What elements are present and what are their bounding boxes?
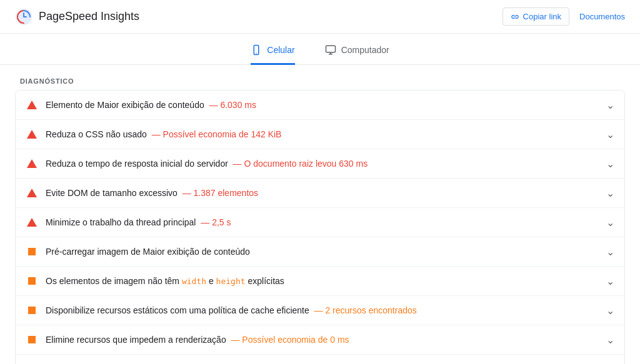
monitor-icon — [325, 44, 336, 56]
row-text: Evite DOM de tamanho excessivo — 1.387 e… — [46, 188, 601, 198]
row-text: Pré-carregar imagem de Maior exibição de… — [46, 247, 601, 257]
chevron-down-icon: ⌄ — [606, 129, 614, 140]
svg-point-2 — [256, 53, 258, 54]
diagnostic-row[interactable]: Reduza o CSS não usado — Possível econom… — [16, 120, 624, 149]
tab-celular[interactable]: Celular — [251, 44, 294, 65]
header-right: Copiar link Documentos — [502, 7, 625, 26]
tab-computador[interactable]: Computador — [325, 44, 389, 65]
chevron-down-icon: ⌄ — [606, 246, 614, 258]
diagnostic-row[interactable]: Reduza o JavaScript não usado — Possível… — [16, 355, 624, 364]
warning-icon — [26, 128, 38, 140]
chevron-down-icon: ⌄ — [606, 275, 614, 287]
diagnostic-row[interactable]: Evite DOM de tamanho excessivo — 1.387 e… — [16, 179, 624, 208]
warning-icon — [26, 216, 38, 229]
row-text: Os elementos de imagem não têm width e h… — [46, 276, 601, 286]
chevron-down-icon: ⌄ — [606, 99, 614, 111]
chevron-down-icon: ⌄ — [606, 187, 614, 199]
copy-link-label: Copiar link — [523, 12, 561, 21]
warning-icon — [26, 187, 38, 199]
row-text: Reduza o CSS não usado — Possível econom… — [46, 129, 601, 139]
chevron-down-icon: ⌄ — [606, 305, 614, 317]
copy-link-button[interactable]: Copiar link — [502, 7, 569, 26]
row-text: Reduza o tempo de resposta inicial do se… — [46, 159, 601, 169]
header-left: PageSpeed Insights — [15, 8, 139, 26]
chevron-down-icon: ⌄ — [606, 158, 614, 170]
app-title: PageSpeed Insights — [39, 10, 139, 23]
diagnostic-row[interactable]: Reduza o tempo de resposta inicial do se… — [16, 149, 624, 179]
link-icon — [511, 12, 519, 21]
opportunity-icon — [26, 245, 38, 258]
row-text: Disponibilize recursos estáticos com uma… — [46, 305, 601, 315]
diagnostic-row[interactable]: Elemento de Maior exibição de conteúdo —… — [16, 91, 624, 120]
warning-icon — [26, 99, 38, 111]
row-text: Elemento de Maior exibição de conteúdo —… — [46, 100, 601, 110]
pagespeed-logo — [15, 8, 32, 26]
warning-icon — [26, 157, 38, 170]
section-label: DIAGNÓSTICO — [15, 65, 625, 90]
opportunity-icon — [26, 333, 38, 346]
diagnostic-card: Elemento de Maior exibição de conteúdo —… — [15, 90, 625, 364]
chevron-down-icon: ⌄ — [606, 217, 614, 229]
main-content: DIAGNÓSTICO Elemento de Maior exibição d… — [0, 65, 640, 364]
tabs-container: Celular Computador — [0, 34, 640, 65]
svg-rect-3 — [326, 46, 335, 52]
row-text: Elimine recursos que impedem a renderiza… — [46, 335, 601, 345]
diagnostic-row[interactable]: Elimine recursos que impedem a renderiza… — [16, 325, 624, 355]
diagnostic-row[interactable]: Pré-carregar imagem de Maior exibição de… — [16, 237, 624, 267]
phone-icon — [251, 44, 262, 56]
opportunity-icon — [26, 304, 38, 317]
tab-celular-label: Celular — [267, 45, 294, 55]
diagnostic-row[interactable]: Disponibilize recursos estáticos com uma… — [16, 296, 624, 325]
row-text: Minimize o trabalho da thread principal … — [46, 217, 601, 227]
tab-computador-label: Computador — [341, 45, 389, 55]
diagnostic-row[interactable]: Minimize o trabalho da thread principal … — [16, 208, 624, 237]
header: PageSpeed Insights Copiar link Documento… — [0, 0, 640, 34]
docs-link[interactable]: Documentos — [579, 12, 625, 21]
diagnostic-row[interactable]: Os elementos de imagem não têm width e h… — [16, 267, 624, 296]
opportunity-icon — [26, 275, 38, 287]
chevron-down-icon: ⌄ — [606, 334, 614, 346]
